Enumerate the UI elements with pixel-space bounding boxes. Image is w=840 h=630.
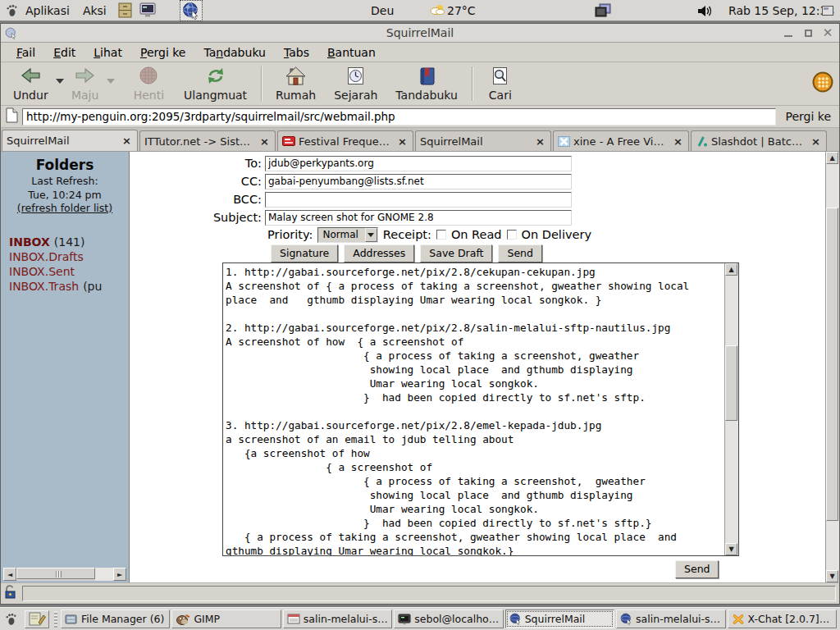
taskbar-item-squirrelmail[interactable]: SquirrelMail: [505, 609, 614, 628]
cc-input[interactable]: [265, 174, 572, 189]
scroll-up-icon[interactable]: ▲: [826, 152, 838, 164]
search-button[interactable]: Cari: [481, 65, 520, 103]
tasklist-handle[interactable]: [54, 611, 57, 628]
forward-button[interactable]: Maju: [66, 65, 105, 103]
menu-aksi[interactable]: Aksi: [76, 2, 113, 19]
slashdot-icon: [696, 136, 708, 147]
menu-aplikasi[interactable]: Aplikasi: [19, 2, 76, 19]
tab-ittutor[interactable]: ITTutor.net -> Sistem ... ×: [139, 130, 276, 151]
tab-slashdot[interactable]: Slashdot | Batch-o... ×: [691, 130, 827, 151]
file-manager-icon: [65, 614, 78, 625]
on-delivery-label: On Delivery: [522, 228, 591, 241]
toolbar-separator: [472, 66, 472, 101]
minimize-button[interactable]: [780, 26, 797, 39]
sidebar-horizontal-scrollbar[interactable]: ◄ ►: [3, 568, 126, 581]
scrollbar-thumb[interactable]: [16, 568, 95, 579]
tab-close-icon[interactable]: ×: [396, 135, 409, 148]
reload-button[interactable]: Ulangmuat: [178, 65, 253, 103]
tab-squirrelmail-1[interactable]: SquirrelMail ×: [2, 130, 138, 151]
back-dropdown-icon[interactable]: [54, 65, 66, 98]
bcc-input[interactable]: [265, 192, 572, 208]
bookmarks-button[interactable]: Tandabuku: [390, 65, 463, 103]
scroll-down-icon[interactable]: ▼: [725, 543, 737, 555]
folder-inbox-sent[interactable]: INBOX.Sent: [9, 265, 129, 278]
back-button[interactable]: Undur: [7, 65, 54, 103]
gnome-foot-icon[interactable]: [5, 3, 19, 18]
folder-inbox-drafts[interactable]: INBOX.Drafts: [9, 250, 129, 263]
workspace-switcher-icon[interactable]: [594, 0, 613, 21]
lock-open-icon: [4, 584, 18, 603]
message-body-area: 1. http://gabai.sourceforge.net/pix/2.8/…: [222, 262, 739, 556]
weather-applet[interactable]: 27°C: [429, 0, 476, 21]
tab-squirrelmail-2[interactable]: SquirrelMail ×: [415, 130, 551, 151]
forward-dropdown-icon[interactable]: [105, 65, 116, 98]
tab-festival[interactable]: Festival Frequently... ×: [277, 130, 413, 151]
menu-bantuan[interactable]: Bantuan: [320, 44, 383, 61]
to-input[interactable]: [265, 156, 572, 171]
clock[interactable]: Rab 15 Sep, 12:38: [728, 0, 834, 21]
subject-input[interactable]: [265, 210, 572, 226]
send-button-top[interactable]: Send: [498, 244, 541, 262]
to-row: To:: [130, 154, 839, 172]
taskbar-item-terminal[interactable]: sebol@localhost:~/: [394, 609, 503, 628]
notes-applet-icon[interactable]: [25, 610, 49, 628]
textarea-vertical-scrollbar[interactable]: ▲ ▼: [724, 263, 738, 555]
taskbar-item-salin-sftp-1[interactable]: salin-melalui-sftp-n: [283, 609, 392, 628]
taskbar-item-gimp[interactable]: GIMP: [171, 609, 281, 628]
folders-heading: Folders: [1, 157, 129, 173]
save-draft-button[interactable]: Save Draft: [420, 244, 492, 262]
close-button[interactable]: ✕: [819, 26, 836, 39]
history-button[interactable]: Sejarah: [328, 65, 383, 103]
titlebar[interactable]: SquirrelMail ✕: [1, 24, 839, 43]
menu-lihat[interactable]: Lihat: [86, 44, 130, 61]
go-button[interactable]: Pergi ke: [780, 108, 836, 125]
scroll-left-icon[interactable]: ◄: [3, 568, 16, 581]
send-button-bottom[interactable]: Send: [675, 560, 719, 578]
tab-close-icon[interactable]: ×: [810, 135, 822, 148]
scrollbar-thumb[interactable]: [725, 345, 737, 421]
scrollbar-track[interactable]: [95, 568, 113, 581]
gimp-icon: [176, 614, 190, 625]
url-input[interactable]: [22, 108, 776, 126]
menu-tandabuku[interactable]: Tandabuku: [196, 44, 272, 61]
menu-fail[interactable]: Fail: [9, 44, 43, 61]
file-cabinet-launcher-icon[interactable]: [115, 1, 136, 21]
message-body-textarea[interactable]: 1. http://gabai.sourceforge.net/pix/2.8/…: [223, 263, 724, 555]
web-browser-launcher-icon[interactable]: [180, 1, 202, 21]
stop-button[interactable]: Henti: [128, 65, 170, 103]
tab-close-icon[interactable]: ×: [672, 135, 684, 148]
panel-end-icon[interactable]: [822, 0, 833, 21]
gnome-foot-icon[interactable]: [4, 612, 18, 627]
on-delivery-checkbox[interactable]: [507, 230, 517, 240]
taskbar-item-xchat[interactable]: X-Chat [2.0.7]: sebol: [728, 609, 837, 628]
terminal-launcher-icon[interactable]: [138, 1, 159, 21]
tab-close-icon[interactable]: ×: [258, 135, 271, 148]
addresses-button[interactable]: Addresses: [344, 244, 414, 262]
on-read-checkbox[interactable]: [436, 230, 446, 240]
taskbar-item-salin-sftp-2[interactable]: salin-melalui-sftp-n: [616, 609, 725, 628]
scroll-up-icon[interactable]: ▲: [725, 263, 737, 276]
web-browser-icon: [509, 613, 522, 625]
page-vertical-scrollbar[interactable]: ▲ ▼: [825, 152, 839, 582]
menu-pergi-ke[interactable]: Pergi ke: [133, 44, 194, 61]
scrollbar-thumb[interactable]: [826, 208, 838, 521]
subject-row: Subject:: [130, 208, 839, 226]
keyboard-indicator[interactable]: Deu: [371, 0, 394, 21]
signature-button[interactable]: Signature: [271, 244, 338, 262]
priority-select[interactable]: Normal: [317, 227, 377, 243]
tab-xine[interactable]: xine - A Free Video ... ×: [553, 130, 689, 151]
speaker-icon[interactable]: [696, 0, 715, 21]
tab-close-icon[interactable]: ×: [534, 135, 546, 148]
refresh-folder-list-link[interactable]: (refresh folder list): [1, 202, 129, 214]
menu-edit[interactable]: Edit: [46, 44, 83, 61]
maximize-button[interactable]: [800, 26, 816, 39]
scroll-right-icon[interactable]: ►: [113, 568, 126, 581]
tab-close-icon[interactable]: ×: [121, 135, 133, 147]
folder-inbox[interactable]: INBOX(141): [9, 235, 129, 249]
home-button[interactable]: Rumah: [270, 65, 322, 103]
menu-tabs[interactable]: Tabs: [276, 44, 317, 61]
receipt-label: Receipt:: [383, 228, 431, 241]
scroll-down-icon[interactable]: ▼: [826, 570, 838, 582]
taskbar-item-file-manager[interactable]: File Manager (6): [61, 609, 170, 628]
folder-inbox-trash[interactable]: INBOX.Trash(pu: [9, 280, 129, 293]
